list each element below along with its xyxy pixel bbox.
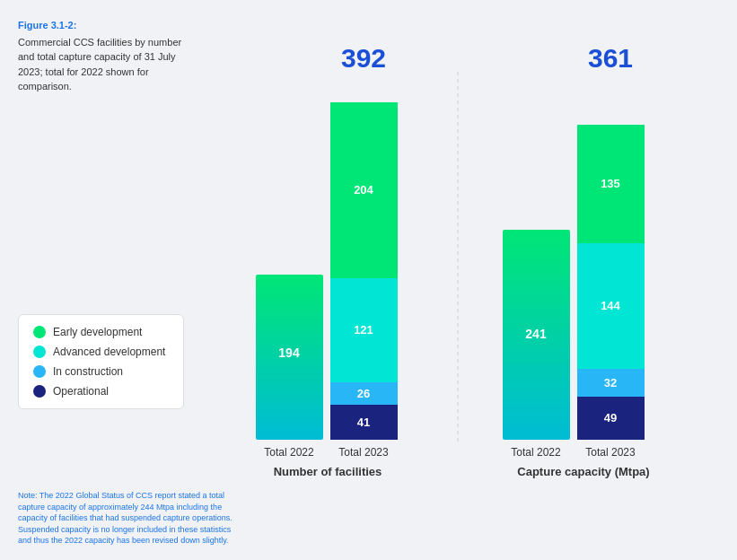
chart-svg: Number of facilities Capture capacity (M… bbox=[197, 18, 718, 485]
capacity-2023-early: 135 bbox=[601, 177, 620, 190]
facilities-2023-bar: 392 41 26 121 204 Total 2023 bbox=[330, 43, 398, 459]
facilities-2023-early: 204 bbox=[354, 183, 373, 197]
facilities-axis-label: Number of facilities bbox=[274, 465, 382, 478]
legend-item-construction: In construction bbox=[33, 365, 169, 378]
facilities-2022-value: 194 bbox=[278, 346, 300, 360]
capacity-2023-advanced: 144 bbox=[601, 299, 620, 312]
capacity-2022-label: Total 2022 bbox=[511, 446, 561, 459]
legend-dot-construction bbox=[33, 365, 46, 378]
chart-note: Note: The 2022 Global Status of CCS repo… bbox=[18, 490, 233, 547]
facilities-2023-advanced: 121 bbox=[354, 323, 373, 337]
capacity-2022-value: 241 bbox=[525, 327, 547, 341]
facilities-2023-label: Total 2023 bbox=[338, 446, 389, 459]
facilities-2023-construction: 26 bbox=[357, 387, 370, 400]
capacity-2023-construction: 32 bbox=[604, 376, 617, 389]
legend-dot-advanced bbox=[33, 346, 46, 358]
figure-caption-text: Commercial CCS facilities by number and … bbox=[18, 37, 181, 92]
capacity-2022-bar: 241 Total 2022 bbox=[503, 230, 570, 459]
legend-item-advanced: Advanced development bbox=[33, 346, 169, 358]
legend-dot-operational bbox=[33, 385, 46, 398]
capacity-2023-operational: 49 bbox=[604, 411, 617, 424]
capacity-2023-label: Total 2023 bbox=[585, 446, 636, 459]
capacity-2023-bar: 361 49 32 144 135 Total 2023 bbox=[577, 43, 645, 459]
facilities-2022-label: Total 2022 bbox=[264, 446, 314, 459]
legend-box: Early development Advanced development I… bbox=[18, 314, 184, 409]
legend-dot-early bbox=[33, 326, 46, 338]
legend-label-construction: In construction bbox=[53, 365, 123, 378]
facilities-2023-operational: 41 bbox=[357, 416, 370, 429]
legend-label-advanced: Advanced development bbox=[53, 346, 165, 358]
figure-title: Figure 3.1-2: bbox=[18, 18, 189, 33]
capacity-2023-total: 361 bbox=[588, 43, 633, 73]
legend-label-early: Early development bbox=[53, 326, 142, 338]
chart-container: Figure 3.1-2: Commercial CCS facilities … bbox=[0, 0, 737, 560]
capacity-axis-label: Capture capacity (Mtpa) bbox=[517, 465, 649, 478]
facilities-2023-total: 392 bbox=[341, 43, 386, 73]
figure-caption: Figure 3.1-2: Commercial CCS facilities … bbox=[18, 18, 189, 94]
legend-item-early: Early development bbox=[33, 326, 169, 338]
legend-label-operational: Operational bbox=[53, 385, 109, 398]
facilities-2022-bar: 194 Total 2022 bbox=[256, 275, 323, 459]
legend-item-operational: Operational bbox=[33, 385, 169, 398]
